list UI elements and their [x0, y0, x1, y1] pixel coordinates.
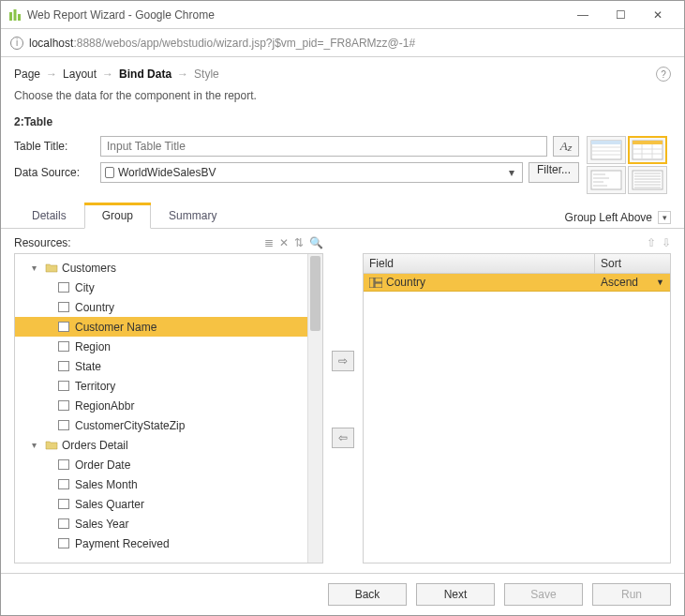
field-icon: [58, 361, 69, 371]
list-view-icon[interactable]: ≣: [264, 236, 274, 249]
chevron-right-icon: →: [177, 68, 188, 81]
svg-rect-2: [18, 14, 21, 21]
data-source-label: Data Source:: [14, 166, 95, 179]
row-field-name: Country: [386, 276, 425, 289]
chevron-down-icon: ▼: [656, 278, 664, 287]
tree-field[interactable]: Payment Received: [15, 533, 307, 553]
tree-field[interactable]: Territory: [15, 376, 307, 396]
font-button[interactable]: Az: [553, 136, 579, 157]
window-title: Web Report Wizard - Google Chrome: [27, 8, 564, 22]
column-header-sort[interactable]: Sort: [595, 254, 670, 273]
resource-tree[interactable]: ▾CustomersCityCountryCustomer NameRegion…: [15, 254, 307, 563]
svg-rect-28: [375, 283, 382, 288]
field-icon: [58, 518, 69, 529]
filter-button[interactable]: Filter...: [529, 162, 579, 183]
site-info-icon[interactable]: i: [10, 37, 23, 50]
tree-item-label: Orders Detail: [62, 439, 128, 452]
layout-thumb-4[interactable]: [628, 166, 667, 194]
resources-label: Resources:: [14, 236, 71, 249]
help-icon[interactable]: ?: [656, 67, 671, 82]
field-icon: [58, 479, 69, 489]
collapse-icon[interactable]: ▾: [32, 263, 41, 273]
url-path: :8888/webos/app/webstudio/wizard.jsp?j$v…: [73, 37, 415, 50]
column-header-field[interactable]: Field: [364, 254, 595, 273]
tree-field[interactable]: CustomerCityStateZip: [15, 415, 307, 435]
minimize-button[interactable]: ―: [564, 2, 602, 28]
field-icon: [58, 341, 69, 352]
step-bind-data[interactable]: Bind Data: [119, 68, 171, 81]
field-icon: [58, 459, 69, 470]
section-title: 2:Table: [1, 113, 684, 136]
tree-field[interactable]: State: [15, 356, 307, 376]
layout-thumb-1[interactable]: [587, 136, 626, 164]
field-icon: [58, 420, 69, 430]
move-down-icon[interactable]: ⇩: [662, 236, 671, 249]
tree-field[interactable]: Sales Quarter: [15, 494, 307, 514]
window-titlebar: Web Report Wizard - Google Chrome ― ☐ ✕: [1, 1, 684, 29]
tree-field[interactable]: Country: [15, 297, 307, 317]
tree-field[interactable]: Customer Name: [15, 317, 307, 337]
close-button[interactable]: ✕: [639, 2, 677, 28]
tree-field[interactable]: Sales Month: [15, 474, 307, 494]
group-field-icon: [369, 278, 382, 288]
tab-group-label: Group: [102, 209, 133, 222]
table-title-label: Table Title:: [14, 140, 95, 153]
tree-item-label: Sales Month: [75, 478, 138, 491]
tree-item-label: Payment Received: [75, 537, 170, 550]
tree-field[interactable]: RegionAbbr: [15, 396, 307, 415]
tree-scrollbar[interactable]: [307, 254, 322, 563]
group-option-dropdown[interactable]: ▾: [658, 211, 671, 224]
svg-rect-9: [633, 141, 663, 144]
tree-item-label: CustomerCityStateZip: [75, 419, 185, 432]
tree-folder[interactable]: ▾Customers: [15, 258, 307, 278]
search-icon[interactable]: 🔍: [309, 236, 323, 249]
tab-summary-label: Summary: [169, 209, 216, 222]
field-icon: [58, 538, 69, 548]
maximize-button[interactable]: ☐: [602, 2, 639, 28]
next-button[interactable]: Next: [416, 583, 495, 606]
add-field-button[interactable]: ⇨: [332, 351, 354, 371]
instruction-text: Choose the data for the component in the…: [1, 87, 684, 113]
field-icon: [58, 302, 69, 312]
table-row[interactable]: Country Ascend ▼: [364, 274, 670, 292]
field-table: Field Sort Country Ascend ▼: [363, 253, 671, 563]
chevron-down-icon: ▾: [505, 166, 518, 179]
chevron-right-icon: →: [46, 68, 57, 81]
data-source-select[interactable]: WorldWideSalesBV ▾: [100, 162, 523, 183]
group-option-label[interactable]: Group Left Above: [565, 211, 652, 224]
tree-field[interactable]: City: [15, 278, 307, 297]
clear-icon[interactable]: ✕: [279, 236, 289, 249]
svg-rect-4: [591, 141, 621, 144]
tree-field[interactable]: Sales Year: [15, 514, 307, 533]
tree-folder[interactable]: ▾Orders Detail: [15, 435, 307, 455]
remove-field-button[interactable]: ⇦: [332, 428, 354, 448]
tab-details[interactable]: Details: [14, 203, 84, 228]
collapse-icon[interactable]: ▾: [32, 440, 41, 450]
back-button[interactable]: Back: [328, 583, 407, 606]
app-icon: [8, 8, 22, 22]
layout-thumb-3[interactable]: [587, 166, 626, 194]
tab-group[interactable]: Group: [84, 203, 151, 229]
sort-icon[interactable]: ⇅: [294, 236, 304, 249]
tree-field[interactable]: Region: [15, 337, 307, 356]
save-button[interactable]: Save: [504, 583, 583, 606]
table-title-input[interactable]: [100, 136, 547, 157]
svg-rect-26: [369, 278, 374, 288]
field-icon: [58, 400, 69, 411]
move-up-icon[interactable]: ⇧: [647, 236, 656, 249]
step-page[interactable]: Page: [14, 68, 40, 81]
run-button[interactable]: Run: [592, 583, 671, 606]
svg-rect-1: [14, 9, 17, 21]
tree-item-label: Territory: [75, 380, 115, 393]
step-layout[interactable]: Layout: [63, 68, 97, 81]
tree-item-label: Region: [75, 340, 111, 353]
tab-summary[interactable]: Summary: [151, 203, 234, 228]
layout-thumb-2[interactable]: [628, 136, 667, 164]
layout-thumbnails: [587, 136, 671, 194]
table-form: Table Title: Az Data Source: WorldWideSa…: [1, 136, 684, 194]
field-icon: [58, 322, 69, 332]
step-style[interactable]: Style: [194, 68, 219, 81]
tree-field[interactable]: Order Date: [15, 455, 307, 474]
row-sort-select[interactable]: Ascend ▼: [595, 274, 670, 291]
tree-item-label: State: [75, 360, 101, 373]
